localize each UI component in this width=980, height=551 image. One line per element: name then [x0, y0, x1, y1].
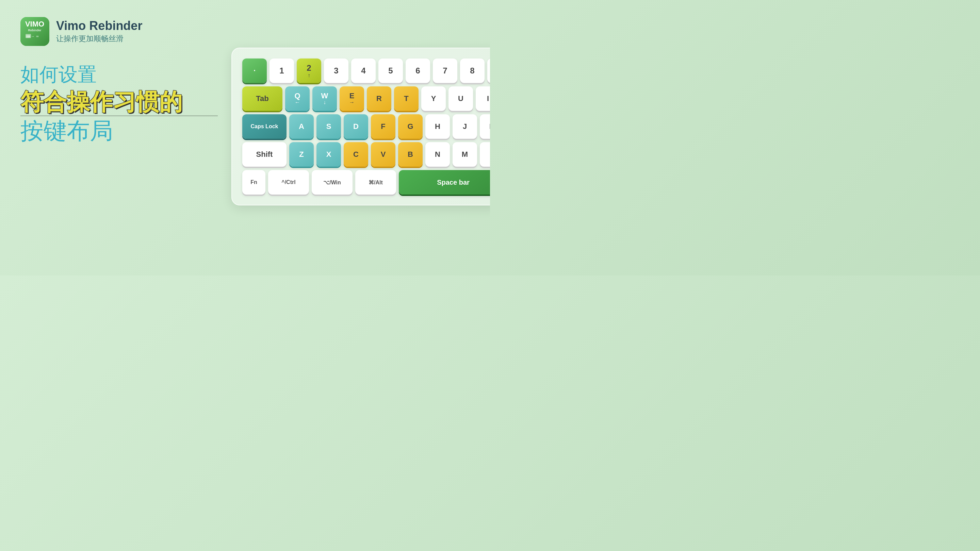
- keyboard-panel: · 1 2 ↑ 3 4 5 6 7: [231, 48, 490, 205]
- key-h[interactable]: H: [425, 114, 450, 139]
- svg-text:∞: ∞: [36, 34, 38, 38]
- bottom-row: Fn ^/Ctrl ⌥/Win ⌘/Alt Space bar ⌘/Al: [242, 170, 490, 195]
- key-f[interactable]: F: [371, 114, 395, 139]
- key-u[interactable]: U: [449, 86, 473, 111]
- key-b[interactable]: B: [398, 142, 423, 167]
- key-q[interactable]: Q ←: [285, 86, 310, 111]
- key-alt[interactable]: ⌘/Alt: [355, 170, 396, 195]
- key-shift[interactable]: Shift: [242, 142, 286, 167]
- key-v[interactable]: V: [371, 142, 395, 167]
- app-header: VIMO Rebinder ⌨ → ∞ Vimo Rebinder 让操作更加顺…: [21, 17, 218, 46]
- number-row: · 1 2 ↑ 3 4 5 6 7: [242, 59, 490, 83]
- key-1[interactable]: 1: [269, 59, 294, 83]
- key-5[interactable]: 5: [379, 59, 403, 83]
- key-m[interactable]: M: [453, 142, 477, 167]
- svg-text:⌨: ⌨: [26, 35, 30, 38]
- heading-2: 符合操作习惯的: [21, 89, 218, 114]
- keyboard-rows: · 1 2 ↑ 3 4 5 6 7: [242, 59, 490, 195]
- key-e[interactable]: E →: [340, 86, 364, 111]
- key-z[interactable]: Z: [289, 142, 314, 167]
- key-w[interactable]: W ↓: [312, 86, 337, 111]
- key-tab[interactable]: Tab: [242, 86, 282, 111]
- key-capslock[interactable]: Caps Lock: [242, 114, 286, 139]
- key-comma[interactable]: ,: [480, 142, 490, 167]
- key-fn[interactable]: Fn: [242, 170, 266, 195]
- key-3[interactable]: 3: [324, 59, 348, 83]
- zxcv-row: Shift Z X C V B N M ,: [242, 142, 490, 167]
- key-spacebar[interactable]: Space bar: [399, 170, 490, 195]
- key-9[interactable]: 9: [487, 59, 490, 83]
- key-c[interactable]: C: [344, 142, 368, 167]
- key-win[interactable]: ⌥/Win: [312, 170, 353, 195]
- key-2[interactable]: 2 ↑: [297, 59, 321, 83]
- key-d[interactable]: D: [344, 114, 368, 139]
- svg-text:Rebinder: Rebinder: [28, 29, 41, 32]
- app-name: Vimo Rebinder: [56, 19, 142, 33]
- key-ctrl[interactable]: ^/Ctrl: [268, 170, 309, 195]
- key-i[interactable]: I: [476, 86, 490, 111]
- key-s[interactable]: S: [317, 114, 341, 139]
- heading-1: 如何设置: [21, 63, 218, 86]
- key-y[interactable]: Y: [421, 86, 446, 111]
- key-g[interactable]: G: [398, 114, 423, 139]
- key-n[interactable]: N: [425, 142, 450, 167]
- key-t[interactable]: T: [394, 86, 418, 111]
- key-k[interactable]: K: [480, 114, 490, 139]
- svg-text:→: →: [31, 34, 34, 38]
- key-7[interactable]: 7: [433, 59, 457, 83]
- key-r[interactable]: R: [367, 86, 391, 111]
- app-title-block: Vimo Rebinder 让操作更加顺畅丝滑: [56, 19, 142, 44]
- key-4[interactable]: 4: [351, 59, 375, 83]
- qwerty-row: Tab Q ← W ↓ E → R T Y: [242, 86, 490, 111]
- asdf-row: Caps Lock A S D F G H J: [242, 114, 490, 139]
- key-x[interactable]: X: [317, 142, 341, 167]
- key-backtick[interactable]: ·: [242, 59, 267, 83]
- app-subtitle: 让操作更加顺畅丝滑: [56, 34, 142, 44]
- key-8[interactable]: 8: [460, 59, 485, 83]
- key-j[interactable]: J: [453, 114, 477, 139]
- svg-text:VIMO: VIMO: [25, 20, 44, 28]
- heading-3: 按键布局: [21, 118, 218, 143]
- left-panel: VIMO Rebinder ⌨ → ∞ Vimo Rebinder 让操作更加顺…: [21, 17, 218, 143]
- key-6[interactable]: 6: [406, 59, 430, 83]
- key-a[interactable]: A: [289, 114, 314, 139]
- app-icon: VIMO Rebinder ⌨ → ∞: [21, 17, 49, 46]
